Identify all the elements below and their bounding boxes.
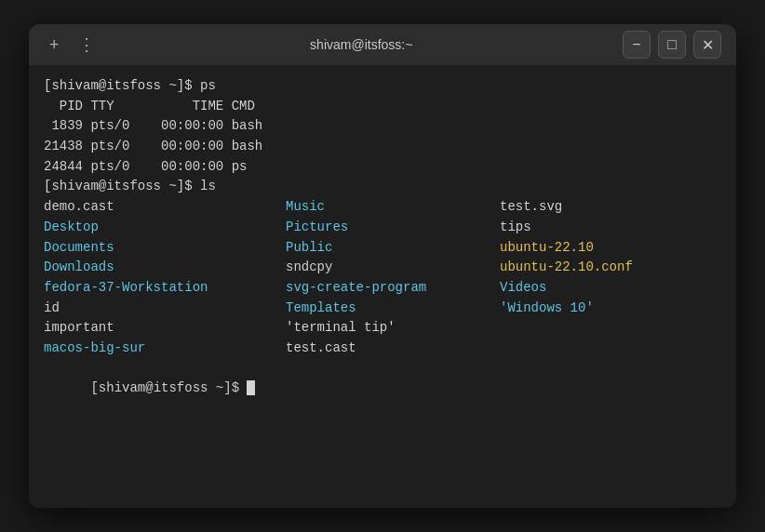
ls-item: demo.cast (44, 197, 286, 218)
minimize-button[interactable]: − (623, 31, 651, 59)
ls-item: test.svg (500, 197, 721, 218)
ls-item: 'terminal tip' (286, 318, 500, 339)
cursor (247, 380, 255, 395)
ls-item: test.cast (286, 339, 500, 359)
ls-output: demo.castMusictest.svgDesktopPicturestip… (44, 197, 721, 359)
terminal-body[interactable]: [shivam@itsfoss ~]$ ps PID TTY TIME CMD … (29, 65, 736, 508)
window-controls: − □ ✕ (623, 31, 721, 59)
title-bar: + ⋮ shivam@itsfoss:~ − □ ✕ (29, 24, 736, 65)
ls-item: svg-create-program (286, 278, 500, 299)
ls-item: Videos (500, 278, 721, 299)
ps-row-1: 1839 pts/0 00:00:00 bash (44, 116, 721, 137)
ps-row-2: 21438 pts/0 00:00:00 bash (44, 137, 721, 157)
close-button[interactable]: ✕ (693, 31, 721, 59)
ls-item: 'Windows 10' (500, 299, 721, 319)
ls-item: macos-big-sur (44, 339, 286, 359)
terminal-window: + ⋮ shivam@itsfoss:~ − □ ✕ [shivam@itsfo… (29, 24, 736, 508)
ls-item: Downloads (44, 258, 286, 278)
ps-command-line: [shivam@itsfoss ~]$ ps (44, 76, 721, 97)
ls-item: Public (286, 238, 500, 259)
ls-item: important (44, 318, 286, 339)
menu-button[interactable]: ⋮ (73, 33, 101, 57)
maximize-button[interactable]: □ (658, 31, 686, 59)
ls-item: tips (500, 218, 721, 238)
ls-item: Documents (44, 238, 286, 259)
ls-item: fedora-37-Workstation (44, 278, 286, 299)
final-prompt: [shivam@itsfoss ~]$ (44, 359, 721, 419)
window-title: shivam@itsfoss:~ (101, 37, 623, 52)
ls-item (500, 318, 721, 339)
ps-header: PID TTY TIME CMD (44, 97, 721, 117)
ls-item: Music (286, 197, 500, 218)
ls-item: Desktop (44, 218, 286, 238)
ls-item: Pictures (286, 218, 500, 238)
ls-item: sndcpy (286, 258, 500, 278)
ps-row-3: 24844 pts/0 00:00:00 ps (44, 157, 721, 178)
ls-item: id (44, 299, 286, 319)
ls-item: ubuntu-22.10.conf (500, 258, 721, 278)
add-tab-button[interactable]: + (44, 33, 65, 57)
ls-item: ubuntu-22.10 (500, 238, 721, 259)
ls-command-line: [shivam@itsfoss ~]$ ls (44, 177, 721, 197)
ls-item: Templates (286, 299, 500, 319)
ls-item (500, 339, 721, 359)
